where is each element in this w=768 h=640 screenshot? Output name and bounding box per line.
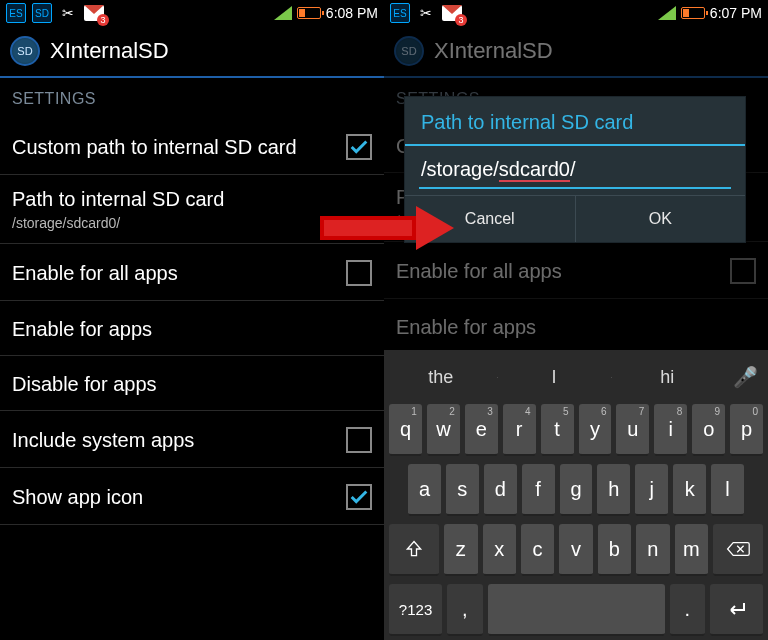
checkbox[interactable] — [346, 134, 372, 160]
row-label: Include system apps — [12, 428, 194, 452]
gmail-icon: 3 — [442, 5, 462, 21]
keyboard: the I hi 🎤 q1w2e3r4t5y6u7i8o9p0 asdfghjk… — [384, 350, 768, 640]
clock: 6:07 PM — [710, 5, 762, 21]
enter-key[interactable] — [710, 584, 763, 636]
key-m[interactable]: m — [675, 524, 708, 576]
gmail-icon: 3 — [84, 5, 104, 21]
row-include-system[interactable]: Include system apps — [0, 411, 384, 468]
row-enable-apps[interactable]: Enable for apps — [0, 301, 384, 356]
row-label: Enable for apps — [396, 315, 536, 339]
key-g[interactable]: g — [560, 464, 593, 516]
key-row-1: q1w2e3r4t5y6u7i8o9p0 — [384, 400, 768, 460]
row-sub: /storage/sdcard0/ — [12, 215, 224, 231]
key-row-2: asdfghjkl — [384, 460, 768, 520]
key-row-4: ?123 , . — [384, 580, 768, 640]
suggestion-bar: the I hi 🎤 — [384, 354, 768, 400]
es-icon: ES — [6, 3, 26, 23]
mic-icon[interactable]: 🎤 — [724, 365, 768, 389]
symbols-key[interactable]: ?123 — [389, 584, 442, 636]
row-label: Show app icon — [12, 485, 143, 509]
app-icon[interactable]: SD — [10, 36, 40, 66]
row-label: Custom path to internal SD card — [12, 135, 297, 159]
status-bar: ES SD ✂ 3 6:08 PM — [0, 0, 384, 26]
settings-header: SETTINGS — [0, 78, 384, 118]
key-n[interactable]: n — [636, 524, 669, 576]
screenshot-right: ES ✂ 3 6:07 PM SD XInternalSD SETTINGS C… — [384, 0, 768, 640]
status-right-tray: 6:07 PM — [658, 5, 762, 21]
sd-icon: SD — [32, 3, 52, 23]
key-u[interactable]: u7 — [616, 404, 649, 456]
app-icon: SD — [394, 36, 424, 66]
scissors-icon: ✂ — [58, 3, 78, 23]
key-o[interactable]: o9 — [692, 404, 725, 456]
scissors-icon: ✂ — [416, 3, 436, 23]
key-i[interactable]: i8 — [654, 404, 687, 456]
status-left-tray: ES ✂ 3 — [390, 3, 462, 23]
status-bar: ES ✂ 3 6:07 PM — [384, 0, 768, 26]
signal-icon — [658, 6, 676, 20]
checkbox[interactable] — [346, 260, 372, 286]
suggestion[interactable]: the — [384, 367, 497, 388]
row-enable-all: Enable for all apps — [384, 242, 768, 299]
key-l[interactable]: l — [711, 464, 744, 516]
app-title: XInternalSD — [50, 38, 169, 64]
key-e[interactable]: e3 — [465, 404, 498, 456]
battery-icon — [681, 7, 705, 19]
key-q[interactable]: q1 — [389, 404, 422, 456]
signal-icon — [274, 6, 292, 20]
path-input[interactable]: /storage/sdcard0/ — [419, 154, 731, 189]
gmail-count: 3 — [455, 14, 467, 26]
suggestion[interactable]: hi — [611, 367, 724, 388]
key-f[interactable]: f — [522, 464, 555, 516]
row-enable-all[interactable]: Enable for all apps — [0, 244, 384, 301]
status-right-tray: 6:08 PM — [274, 5, 378, 21]
row-label: Enable for all apps — [396, 259, 562, 283]
row-label: Enable for all apps — [12, 261, 178, 285]
gmail-count: 3 — [97, 14, 109, 26]
key-z[interactable]: z — [444, 524, 477, 576]
row-label: Disable for apps — [12, 372, 157, 396]
screenshot-left: ES SD ✂ 3 6:08 PM SD XInternalSD SETTING… — [0, 0, 384, 640]
key-p[interactable]: p0 — [730, 404, 763, 456]
es-icon: ES — [390, 3, 410, 23]
action-bar: SD XInternalSD — [384, 26, 768, 78]
key-r[interactable]: r4 — [503, 404, 536, 456]
backspace-key[interactable] — [713, 524, 763, 576]
app-title: XInternalSD — [434, 38, 553, 64]
key-x[interactable]: x — [483, 524, 516, 576]
checkbox[interactable] — [346, 484, 372, 510]
status-left-tray: ES SD ✂ 3 — [6, 3, 104, 23]
row-custom-path[interactable]: Custom path to internal SD card — [0, 118, 384, 175]
key-w[interactable]: w2 — [427, 404, 460, 456]
key-row-3: zxcvbnm — [384, 520, 768, 580]
period-key[interactable]: . — [670, 584, 705, 636]
key-v[interactable]: v — [559, 524, 592, 576]
row-label: Path to internal SD card — [12, 187, 224, 211]
shift-key[interactable] — [389, 524, 439, 576]
dialog-divider — [405, 144, 745, 146]
annotation-arrow — [320, 206, 460, 250]
key-t[interactable]: t5 — [541, 404, 574, 456]
key-h[interactable]: h — [597, 464, 630, 516]
action-bar: SD XInternalSD — [0, 26, 384, 78]
ok-button[interactable]: OK — [575, 196, 746, 242]
dialog-title: Path to internal SD card — [405, 97, 745, 144]
key-k[interactable]: k — [673, 464, 706, 516]
battery-icon — [297, 7, 321, 19]
suggestion[interactable]: I — [497, 367, 610, 388]
row-enable-apps: Enable for apps — [384, 299, 768, 353]
key-b[interactable]: b — [598, 524, 631, 576]
key-a[interactable]: a — [408, 464, 441, 516]
comma-key[interactable]: , — [447, 584, 482, 636]
clock: 6:08 PM — [326, 5, 378, 21]
key-d[interactable]: d — [484, 464, 517, 516]
key-j[interactable]: j — [635, 464, 668, 516]
row-label: Enable for apps — [12, 317, 152, 341]
key-y[interactable]: y6 — [579, 404, 612, 456]
row-show-icon[interactable]: Show app icon — [0, 468, 384, 525]
key-c[interactable]: c — [521, 524, 554, 576]
checkbox[interactable] — [346, 427, 372, 453]
space-key[interactable] — [488, 584, 665, 636]
key-s[interactable]: s — [446, 464, 479, 516]
row-disable-apps[interactable]: Disable for apps — [0, 356, 384, 411]
